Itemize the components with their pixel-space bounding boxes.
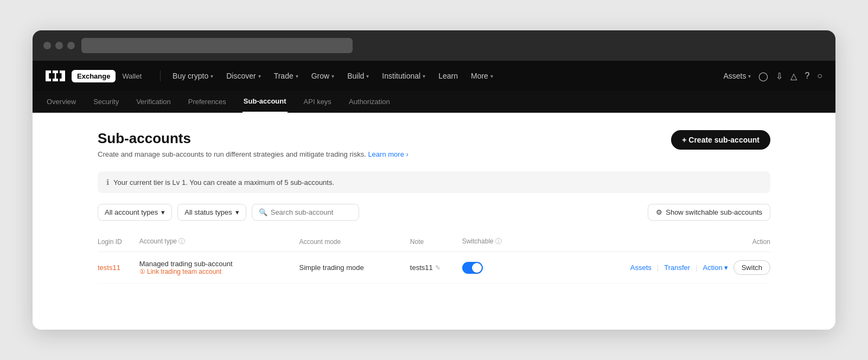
page-title: Sub-accounts (98, 130, 409, 147)
chevron-down-icon: ▾ (366, 73, 369, 79)
globe-icon[interactable]: ○ (817, 71, 822, 81)
filter-icon: ⚙ (656, 208, 662, 216)
note-field: tests11 ✎ (410, 263, 462, 272)
chevron-down-icon: ▾ (724, 263, 728, 272)
cell-note: tests11 ✎ (410, 252, 462, 284)
col-account-type: Account type ⓘ (139, 232, 299, 252)
action-dropdown[interactable]: Action ▾ (703, 263, 728, 272)
subnav-api-keys[interactable]: API keys (303, 91, 333, 113)
traffic-light-minimize[interactable] (55, 42, 63, 49)
help-icon[interactable]: ? (805, 71, 809, 81)
learn-more-link[interactable]: Learn more (368, 150, 404, 158)
transfer-action-link[interactable]: Transfer (664, 263, 690, 272)
nav-divider (160, 70, 161, 81)
user-icon[interactable]: ◯ (758, 71, 768, 81)
toggle-knob (472, 263, 482, 273)
link-trading-team[interactable]: ① Link trading team account (139, 268, 299, 275)
nav-more[interactable]: More ▾ (465, 68, 499, 83)
subnav-overview[interactable]: Overview (46, 91, 77, 113)
page-description: Create and manage sub-accounts to run di… (98, 150, 409, 158)
show-switchable-button[interactable]: ⚙ Show switchable sub-accounts (648, 204, 770, 221)
col-account-mode: Account mode (299, 232, 410, 252)
edit-note-icon[interactable]: ✎ (435, 264, 441, 272)
subnav-verification[interactable]: Verification (135, 91, 172, 113)
chevron-down-icon: ▾ (161, 208, 165, 216)
page-header: Sub-accounts Create and manage sub-accou… (98, 130, 770, 158)
subnav-authorization[interactable]: Authorization (348, 91, 391, 113)
nav-institutional[interactable]: Institutional ▾ (376, 68, 431, 83)
subnav-sub-account[interactable]: Sub-account (242, 91, 288, 113)
download-icon[interactable]: ⇩ (776, 71, 783, 81)
switchable-toggle[interactable] (462, 262, 483, 274)
cell-login-id: tests11 (98, 252, 139, 284)
bell-icon[interactable]: △ (790, 71, 797, 81)
action-divider-2: | (695, 263, 697, 272)
account-type-filter[interactable]: All account types ▾ (98, 204, 172, 221)
assets-button[interactable]: Assets ▾ (723, 72, 751, 80)
okx-logo (46, 70, 65, 81)
search-icon: 🔍 (259, 208, 267, 216)
col-login-id: Login ID (98, 232, 139, 252)
browser-chrome (33, 30, 835, 61)
traffic-lights (43, 42, 75, 49)
chevron-down-icon: ▾ (748, 73, 751, 79)
create-sub-account-button[interactable]: + Create sub-account (671, 130, 770, 150)
table-header-row: Login ID Account type ⓘ Account mode Not… (98, 232, 770, 252)
col-action: Action (530, 232, 770, 252)
traffic-light-close[interactable] (43, 42, 51, 49)
main-nav: Buy crypto ▾ Discover ▾ Trade ▾ Grow ▾ B… (167, 68, 723, 83)
browser-window: Exchange Wallet Buy crypto ▾ Discover ▾ … (33, 30, 835, 330)
col-switchable: Switchable ⓘ (462, 232, 531, 252)
page-header-left: Sub-accounts Create and manage sub-accou… (98, 130, 409, 158)
cell-account-type: Managed trading sub-account ① Link tradi… (139, 252, 299, 284)
search-sub-account-input[interactable] (271, 208, 352, 216)
sub-nav: Overview Security Verification Preferenc… (33, 91, 835, 113)
cell-switchable (462, 252, 531, 284)
chevron-down-icon: ▾ (210, 73, 213, 79)
account-type-info-icon[interactable]: ⓘ (178, 237, 185, 245)
top-nav: Exchange Wallet Buy crypto ▾ Discover ▾ … (33, 61, 835, 91)
nav-learn[interactable]: Learn (433, 68, 463, 83)
chevron-down-icon: ▾ (331, 73, 334, 79)
info-icon: ℹ (106, 178, 109, 187)
traffic-light-maximize[interactable] (67, 42, 75, 49)
action-links: Assets | Transfer | Action ▾ Switch (530, 260, 770, 275)
login-id-link[interactable]: tests11 (98, 263, 120, 272)
cell-action: Assets | Transfer | Action ▾ Switch (530, 252, 770, 284)
filters-row: All account types ▾ All status types ▾ 🔍… (98, 204, 770, 221)
subnav-security[interactable]: Security (92, 91, 120, 113)
subnav-preferences[interactable]: Preferences (187, 91, 227, 113)
nav-discover[interactable]: Discover ▾ (221, 68, 266, 83)
address-bar[interactable] (81, 38, 353, 53)
switchable-info-icon[interactable]: ⓘ (495, 237, 502, 245)
nav-right: Assets ▾ ◯ ⇩ △ ? ○ (723, 71, 822, 81)
assets-action-link[interactable]: Assets (630, 263, 652, 272)
chevron-down-icon: ▾ (490, 73, 493, 79)
chevron-down-icon: ▾ (235, 208, 239, 216)
nav-buy-crypto[interactable]: Buy crypto ▾ (167, 68, 219, 83)
cell-account-mode: Simple trading mode (299, 252, 410, 284)
search-input-wrap[interactable]: 🔍 (252, 204, 359, 221)
table-row: tests11 Managed trading sub-account ① Li… (98, 252, 770, 284)
chevron-down-icon: ▾ (423, 73, 425, 79)
chevron-down-icon: ▾ (258, 73, 261, 79)
chevron-down-icon: ▾ (296, 73, 298, 79)
account-type-main: Managed trading sub-account (139, 260, 299, 268)
nav-grow[interactable]: Grow ▾ (306, 68, 340, 83)
switch-button[interactable]: Switch (733, 260, 770, 275)
accounts-table: Login ID Account type ⓘ Account mode Not… (98, 232, 770, 284)
svg-rect-8 (49, 73, 55, 79)
wallet-tab[interactable]: Wallet (117, 70, 147, 82)
logo: Exchange Wallet (46, 70, 147, 82)
col-note: Note (410, 232, 462, 252)
action-divider: | (657, 263, 659, 272)
nav-trade[interactable]: Trade ▾ (269, 68, 304, 83)
exchange-tab[interactable]: Exchange (72, 70, 116, 82)
svg-rect-9 (56, 73, 62, 79)
status-type-filter[interactable]: All status types ▾ (177, 204, 246, 221)
nav-build[interactable]: Build ▾ (342, 68, 374, 83)
main-content: Sub-accounts Create and manage sub-accou… (33, 113, 835, 330)
exchange-wallet-tabs: Exchange Wallet (72, 70, 147, 82)
info-banner: ℹ Your current tier is Lv 1. You can cre… (98, 171, 770, 193)
